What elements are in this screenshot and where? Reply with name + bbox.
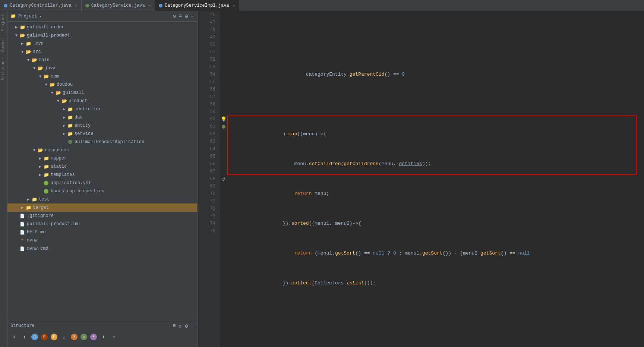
label-application-yml: application.yml [51, 180, 91, 186]
tree-src[interactable]: ▼ 📂 src [7, 48, 197, 56]
tab-close-controller[interactable]: ✕ [75, 3, 78, 8]
code-line-55 [230, 332, 644, 339]
tab-category-service[interactable]: CategoryService.java ✕ [82, 0, 155, 11]
label-resources: resources [45, 148, 69, 153]
tree-gitignore[interactable]: 📄 .gitignore [7, 212, 197, 220]
tree-product[interactable]: ▼ 📂 product [7, 97, 197, 105]
expand-arrow-order[interactable]: ▶ [13, 24, 19, 30]
tree-entity[interactable]: ▶ 📁 entity [7, 122, 197, 130]
expand-arrow-java[interactable]: ▼ [31, 65, 37, 71]
project-panel-label[interactable]: Project [0, 11, 7, 34]
tree-java[interactable]: ▼ 📂 java [7, 64, 197, 72]
tree-iml[interactable]: 📄 gulimall-product.iml [7, 220, 197, 228]
locate-icon[interactable]: ⊙ [173, 13, 176, 19]
tree-gulimall-order[interactable]: ▶ 📁 gulimall-order [7, 23, 197, 31]
options-icon[interactable]: ⚙ [185, 13, 188, 19]
code-lines[interactable]: categoryEntity.getParentCid() == 0 ).map… [227, 11, 644, 347]
tree-application-yml[interactable]: 🟢 application.yml [7, 179, 197, 187]
expand-arrow-controller[interactable]: ▶ [61, 106, 67, 112]
btn-o-green[interactable]: ○ [80, 334, 87, 340]
tree-controller[interactable]: ▶ 📁 controller [7, 105, 197, 113]
expand-arrow-main[interactable]: ▼ [25, 57, 31, 63]
btn-star[interactable]: ☆ [60, 333, 68, 341]
tree-gulimall-product[interactable]: ▼ 📂 gulimall-product [7, 31, 197, 40]
tree-dao[interactable]: ▶ 📁 dao [7, 113, 197, 122]
structure-panel-label-left[interactable]: Structure [0, 55, 7, 83]
label-bootstrap: bootstrap.properties [51, 189, 104, 194]
btn-down[interactable]: ⬇ [10, 333, 18, 341]
tree-service[interactable]: ▶ 📁 service [7, 130, 197, 138]
expand-arrow-test[interactable]: ▶ [25, 196, 31, 202]
btn-circle[interactable]: C [31, 334, 38, 340]
expand-arrow-mvn[interactable]: ▶ [19, 41, 25, 47]
close-sidebar-icon[interactable]: — [191, 13, 194, 19]
settings-icon[interactable]: ⚙ [185, 323, 188, 329]
tree-mapper[interactable]: ▶ 📁 mapper [7, 154, 197, 163]
expand-arrow-static[interactable]: ▶ [37, 164, 43, 170]
tab-close-service[interactable]: ✕ [149, 3, 151, 8]
expand-arrow-dao[interactable]: ▶ [61, 114, 67, 120]
folder-icon-resources: 📂 [37, 147, 43, 153]
btn-up[interactable]: ⬆ [21, 333, 28, 341]
expand-arrow-com[interactable]: ▼ [37, 73, 43, 79]
tab-label-impl: CategoryServiceImpl.java [165, 3, 229, 8]
expand-arrow-resources[interactable]: ▼ [31, 147, 37, 153]
tab-icon-blue [4, 4, 7, 7]
structure-panel: Structure ≡ ⇅ ⚙ — ⬇ ⬆ C P F ☆ Y ○ λ ⬇ ⬆ [7, 321, 197, 347]
expand-arrow-mapper[interactable]: ▶ [37, 155, 43, 161]
tree-application[interactable]: 🅖 GulimallProductApplication [7, 138, 197, 146]
tree-static[interactable]: ▶ 📁 static [7, 163, 197, 171]
tree-templates[interactable]: ▶ 📁 templates [7, 171, 197, 179]
tree-bootstrap[interactable]: 🟢 bootstrap.properties [7, 187, 197, 195]
btn-p[interactable]: P [41, 334, 48, 340]
expand-arrow-gulimall[interactable]: ▼ [49, 90, 55, 96]
btn-f[interactable]: F [51, 334, 57, 340]
code-content-area[interactable]: 46 47 48 49 50 51 52 53 54 55 56 57 58 5… [198, 11, 644, 347]
commit-panel-label[interactable]: Commit [0, 34, 7, 55]
tab-label-service: CategoryService.java [91, 3, 145, 8]
code-line-53: }).collect(Collectors.toList()); [230, 272, 644, 280]
label-dao: dao [75, 115, 83, 120]
expand-arrow-templates[interactable]: ▶ [37, 172, 43, 178]
folder-icon-product: 📂 [19, 32, 25, 38]
tree-mvn[interactable]: ▶ 📁 .mvn [7, 40, 197, 48]
tree-resources[interactable]: ▼ 📂 resources [7, 146, 197, 154]
btn-lambda[interactable]: λ [90, 334, 97, 340]
tab-category-service-impl[interactable]: CategoryServiceImpl.java ✕ [155, 0, 239, 11]
expand-arrow-target[interactable]: ▶ [19, 205, 25, 211]
tree-help-md[interactable]: 📄 HELP.md [7, 228, 197, 236]
label-target: target [33, 205, 49, 210]
label-templates: templates [51, 172, 75, 177]
tab-category-controller[interactable]: CategoryController.java ✕ [0, 0, 82, 11]
folder-icon-dao: 📁 [67, 114, 73, 120]
dropdown-arrow[interactable]: ▾ [39, 14, 42, 19]
tree-mvnw[interactable]: ≡ mvnw [7, 236, 197, 245]
expand-arrow-product[interactable]: ▼ [13, 32, 19, 38]
tree-gulimall[interactable]: ▼ 📂 gulimall [7, 89, 197, 97]
expand-arrow-product2[interactable]: ▼ [55, 98, 61, 104]
sort-icon[interactable]: ≡ [173, 323, 176, 329]
close-structure-icon[interactable]: — [191, 323, 194, 329]
expand-arrow-entity[interactable]: ▶ [61, 123, 67, 129]
btn-y[interactable]: Y [71, 334, 78, 340]
expand-arrow-src[interactable]: ▼ [19, 49, 25, 55]
sort2-icon[interactable]: ⇅ [179, 323, 182, 329]
collapse-icon[interactable]: ≡ [179, 13, 182, 19]
tree-doudou[interactable]: ▼ 📂 doudou [7, 81, 197, 89]
btn-arrow-down[interactable]: ⬇ [100, 333, 107, 341]
structure-header: Structure ≡ ⇅ ⚙ — [7, 321, 197, 330]
tree-test[interactable]: ▶ 📁 test [7, 195, 197, 204]
folder-icon-target: 📁 [25, 205, 31, 211]
tree-target[interactable]: ▶ 📁 target [7, 204, 197, 212]
tree-main[interactable]: ▼ 📂 main [7, 56, 197, 64]
btn-arrow-up2[interactable]: ⬆ [110, 333, 118, 341]
expand-arrow-service[interactable]: ▶ [61, 131, 67, 137]
label-controller: controller [75, 107, 101, 112]
tree-mvnw-cmd[interactable]: 📄 mvnw.cmd [7, 245, 197, 253]
label-service: service [75, 131, 93, 136]
tab-close-impl[interactable]: ✕ [233, 3, 235, 8]
tree-com[interactable]: ▼ 📂 com [7, 72, 197, 81]
label-test: test [39, 197, 50, 202]
expand-arrow-doudou[interactable]: ▼ [43, 82, 49, 88]
icon-mvnwcmd: 📄 [19, 246, 25, 252]
